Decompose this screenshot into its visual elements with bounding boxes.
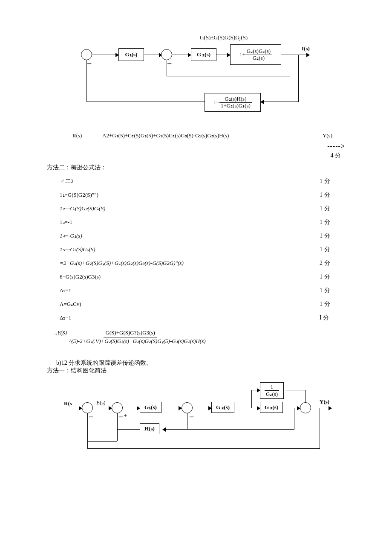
arrow	[93, 408, 112, 408]
frac-den: G₂(s)	[245, 55, 272, 61]
minus-sign: −	[87, 59, 92, 69]
sum-node-4	[300, 402, 311, 413]
arrow	[311, 408, 331, 408]
arrow	[123, 408, 140, 408]
step-expression: 1₂=-Gᵢ(S)G₂(S)Gᵢ(S)	[60, 205, 320, 212]
step-score: 1 分	[320, 205, 345, 212]
line	[87, 448, 320, 449]
line	[290, 55, 290, 76]
minus-sign: −	[118, 412, 123, 422]
step-row: 1₄=-G₁(s)1 分	[60, 232, 345, 240]
step-row: 〃二21 分	[60, 177, 345, 185]
block-g1: G₁(s)	[140, 402, 161, 413]
line	[167, 76, 290, 76]
final-denominator: ^(5)-2+G₁(.V)+G₂(S)G₃(s)+G₁(s)G₂(S)Gᵧ(5)…	[55, 338, 345, 345]
line	[285, 390, 306, 390]
block-inv-g2: 1 G₂(s)	[260, 382, 284, 399]
line	[86, 102, 205, 102]
arrow	[163, 429, 187, 430]
method1-title: 方法一：结构图化简法	[47, 367, 345, 375]
steps-list: 〃二21 分1₁=G(S)G2(S)"")1 分1₂=-Gᵢ(S)G₂(S)Gᵢ…	[60, 177, 345, 322]
step-row: 1₃=-11 分	[60, 218, 345, 226]
step-row: 6=G(s)G2(s)G3(s)1 分	[60, 273, 345, 281]
input-label-r: R(s	[64, 400, 72, 407]
block-diagram-1: − G₁(s) − G ₂(s) 1+ G₂(s)G₃(s) G₂(s) I(s…	[47, 43, 345, 119]
block-diagram-2: R(s − E(s) − + G₁(s) − G ₂(s) 1 G₂(s) G …	[64, 382, 332, 455]
step-score: 1 分	[320, 246, 345, 253]
method2-title: 方法二：梅逊公式法：	[47, 164, 345, 171]
step-expression: 1₅=-G₂(S)Gᵧ(S)	[60, 246, 320, 253]
arrow	[64, 408, 82, 408]
step-score: 1 分	[320, 191, 345, 199]
frac-num: G₂(s)G₃(s)	[245, 48, 272, 55]
frac-num: G₂(s)H(s)	[219, 96, 252, 102]
fraction: G₂(s)H(s) 1+G₂(s)G₃(s)	[219, 96, 252, 109]
block-g2: G ₂(s)	[211, 402, 234, 413]
line	[86, 60, 87, 102]
arrow	[172, 55, 191, 55]
line	[187, 413, 187, 430]
step-row: Δ₂=1I 分	[60, 314, 345, 322]
step-row: =2+G₁(s)+G₂(S)Gᵧ(S)+G₁(s)G₂(s)G₃(s)-G(S)…	[60, 259, 345, 267]
step-score: 1 分	[320, 300, 345, 308]
minus-sign: −	[167, 59, 172, 69]
line	[239, 408, 251, 408]
arrow	[251, 408, 260, 408]
eq-top: G(S)+G(S)G(S)Gj(S)	[47, 34, 345, 41]
frac-num: 1	[265, 384, 279, 391]
step-row: Δ₁=11 分	[60, 287, 345, 294]
step-row: 1₅=-G₂(S)Gᵧ(S)1 分	[60, 246, 345, 253]
output-label: I(s)	[302, 45, 310, 52]
arrow	[251, 390, 260, 390]
line	[294, 408, 294, 429]
arrow	[287, 408, 300, 408]
step-score: 1 分	[320, 287, 345, 294]
line	[187, 429, 294, 430]
fraction: G₂(s)G₃(s) G₂(s)	[245, 48, 272, 61]
arrow	[281, 55, 309, 55]
tf-y-label: Y(s)	[303, 132, 332, 139]
section-b-header: b)12 分求系统的跟踪误差传递函数。	[47, 359, 345, 367]
step-expression: =2+G₁(s)+G₂(S)Gᵧ(S)+G₁(s)G₂(s)G₃(s)-G(S)…	[60, 260, 320, 267]
step-score: 1 分	[320, 218, 345, 226]
frac-den: G₂(s)	[265, 391, 279, 398]
dash-arrow: ----->	[311, 142, 345, 150]
minus-sign: −	[189, 412, 194, 422]
block-feedback: 1− G₂(s)H(s) 1+G₂(s)G₃(s)	[205, 93, 261, 112]
arrow	[193, 408, 211, 408]
step-expression: 〃二2	[60, 177, 320, 185]
step-score: 1 分	[320, 177, 345, 185]
block-composite: 1+ G₂(s)G₃(s) G₂(s)	[230, 44, 281, 65]
step-score: 2 分	[320, 259, 345, 267]
plus-sign: +	[124, 413, 127, 419]
tf-equation-row: R(s) A2+G₁(5)+G₂(5)G₃(5)+G₁(5)G₂(s)G₃(5)…	[47, 132, 345, 139]
line	[117, 429, 140, 430]
final-numerator: G(S)+G(S)G?(s)G3(s)	[104, 329, 156, 337]
step-expression: Δ₂=1	[60, 314, 320, 321]
line	[306, 390, 306, 402]
e-label: E(s)	[96, 399, 106, 406]
tf-expression: A2+G₁(5)+G₂(5)G₃(5)+G₁(5)G₂(s)G₃(5)-G₁(s…	[102, 132, 303, 139]
arrow	[144, 55, 162, 55]
step-expression: Λ=G₁Cv)	[60, 301, 320, 308]
arrow	[92, 55, 118, 55]
line	[167, 60, 167, 76]
block-g2: G ₂(s)	[191, 48, 216, 61]
final-fraction: ..Y(S) G(S)+G(S)G?(s)G3(s) ^(5)-2+G₁(.V)…	[55, 329, 345, 345]
one-plus: 1+	[239, 52, 245, 58]
frac-den: 1+G₂(s)G₃(s)	[219, 103, 252, 109]
score-4: 4 分	[47, 152, 345, 160]
output-label-y: Y(s)	[320, 398, 329, 405]
block-h: H(s)	[140, 423, 159, 434]
arrow	[261, 102, 299, 102]
line	[117, 413, 118, 430]
step-row: 1₂=-Gᵢ(S)G₂(S)Gᵢ(S)1 分	[60, 205, 345, 212]
step-expression: 1₄=-G₁(s)	[60, 232, 320, 239]
minus-sign: −	[89, 412, 93, 422]
one-minus: 1−	[213, 99, 219, 105]
step-expression: 1₁=G(S)G2(S)"")	[60, 192, 320, 198]
tf-r-label: R(s)	[47, 132, 102, 139]
step-score: 1 分	[320, 273, 345, 281]
step-expression: Δ₁=1	[60, 287, 320, 294]
final-ys: .Y(S)	[56, 329, 67, 336]
